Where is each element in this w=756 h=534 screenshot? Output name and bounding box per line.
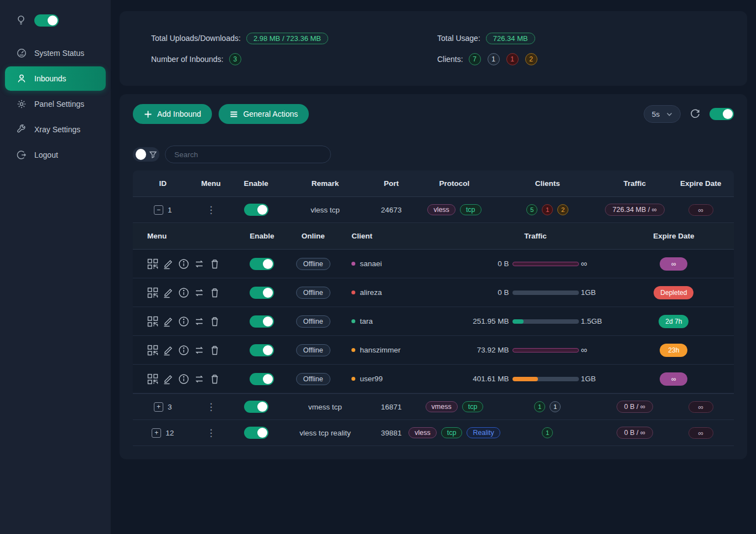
number-of-inbounds-label: Number of Inbounds: (151, 55, 224, 64)
client-enable-toggle[interactable] (250, 373, 274, 385)
qr-code-icon[interactable] (147, 345, 158, 356)
column-header-enable: Enable (229, 179, 283, 188)
main-content: Total Uploads/Downloads: 2.98 MB / 723.3… (111, 0, 756, 534)
client-traffic-cell: 251.95 MB1.5GB (457, 317, 613, 325)
inbounds-card: Add Inbound General Actions 5s (120, 94, 747, 459)
client-enable-toggle[interactable] (250, 315, 274, 328)
info-icon[interactable] (178, 345, 189, 356)
client-count-badge: 1 (550, 401, 561, 412)
refresh-icon[interactable] (690, 108, 701, 120)
refresh-interval-select[interactable]: 5s (644, 105, 681, 123)
traffic-progress: 251.95 MB1.5GB (468, 317, 603, 325)
traffic-limit: ∞ (581, 259, 603, 269)
inbound-traffic-cell: 0 B / ∞ (602, 427, 667, 439)
general-actions-button[interactable]: General Actions (219, 104, 309, 124)
theme-toggle[interactable] (34, 14, 59, 27)
client-traffic-cell: 0 B1GB (457, 288, 613, 297)
gear-icon (17, 99, 27, 109)
bulb-icon (17, 15, 25, 26)
edit-icon[interactable] (163, 316, 174, 327)
traffic-bar-fill (512, 377, 538, 381)
collapse-row-button[interactable]: − (154, 205, 163, 215)
qr-code-icon[interactable] (147, 316, 158, 327)
reset-traffic-icon[interactable] (194, 316, 205, 327)
inbound-id: 12 (165, 429, 174, 437)
traffic-used: 0 B (468, 260, 509, 268)
column-header-remark: Remark (283, 179, 367, 188)
inbound-remark-cell: vmess tcp (283, 403, 367, 411)
client-name: alireza (360, 288, 382, 297)
depleted-filter-toggle[interactable] (133, 147, 159, 162)
inbound-menu-cell: ⋮ (193, 402, 229, 412)
client-action-icons (147, 287, 220, 298)
client-menu-cell (133, 345, 235, 356)
client-enable-toggle[interactable] (250, 258, 274, 270)
delete-icon[interactable] (209, 374, 220, 385)
reset-traffic-icon[interactable] (194, 374, 205, 385)
more-menu-icon[interactable]: ⋮ (206, 205, 216, 215)
client-enable-toggle[interactable] (250, 287, 274, 299)
more-menu-icon[interactable]: ⋮ (206, 428, 216, 438)
inbound-enable-toggle[interactable] (244, 401, 268, 413)
inbound-expire-cell: ∞ (667, 204, 733, 216)
info-icon[interactable] (178, 374, 189, 385)
inbound-row: −1⋮vless tcp24673vlesstcp512726.34 MB / … (133, 197, 734, 223)
sidebar-item-logout[interactable]: Logout (0, 143, 111, 167)
refresh-interval-value: 5s (652, 110, 660, 118)
qr-code-icon[interactable] (147, 287, 158, 298)
auto-refresh-toggle[interactable] (710, 108, 734, 120)
edit-icon[interactable] (163, 258, 174, 269)
inbound-menu-cell: ⋮ (193, 205, 229, 215)
delete-icon[interactable] (209, 345, 220, 356)
inbound-enable-toggle[interactable] (244, 204, 268, 216)
edit-icon[interactable] (163, 287, 174, 298)
reset-traffic-icon[interactable] (194, 258, 205, 269)
inbounds-table: IDMenuEnableRemarkPortProtocolClientsTra… (133, 170, 734, 446)
qr-code-icon[interactable] (147, 258, 158, 269)
number-of-inbounds-value: 3 (229, 53, 241, 65)
inbound-expire-cell: ∞ (667, 427, 733, 439)
client-expire-badge: ∞ (660, 257, 687, 271)
client-enable-toggle[interactable] (250, 344, 274, 356)
column-header-port: Port (367, 179, 416, 188)
edit-icon[interactable] (163, 374, 174, 385)
inbound-id: 1 (168, 206, 172, 214)
client-menu-cell (133, 316, 235, 327)
delete-icon[interactable] (209, 287, 220, 298)
search-input[interactable] (165, 146, 331, 163)
reset-traffic-icon[interactable] (194, 287, 205, 298)
more-menu-icon[interactable]: ⋮ (206, 402, 216, 412)
delete-icon[interactable] (209, 258, 220, 269)
info-icon[interactable] (178, 316, 189, 327)
protocol-badge-vless: vless (408, 427, 436, 438)
column-header-menu: Menu (193, 179, 229, 188)
inbound-id-cell: +3 (133, 402, 193, 412)
client-enable-cell (235, 315, 289, 328)
column-header-protocol: Protocol (415, 179, 493, 188)
inbound-enable-toggle[interactable] (244, 427, 268, 439)
expand-row-button[interactable]: + (152, 428, 161, 438)
reset-traffic-icon[interactable] (194, 345, 205, 356)
stats-card: Total Uploads/Downloads: 2.98 MB / 723.3… (120, 11, 747, 86)
delete-icon[interactable] (209, 316, 220, 327)
client-expire-cell: ∞ (614, 257, 734, 271)
expand-row-button[interactable]: + (154, 402, 163, 412)
sidebar-item-label: Xray Settings (34, 125, 80, 134)
add-inbound-button[interactable]: Add Inbound (133, 104, 212, 124)
sidebar-item-system-status[interactable]: System Status (0, 41, 111, 65)
sidebar-item-inbounds[interactable]: Inbounds (5, 66, 106, 91)
qr-code-icon[interactable] (147, 374, 158, 385)
client-count-badge: 7 (469, 53, 481, 65)
client-expire-cell: Depleted (614, 286, 734, 299)
client-row: Offlinesanaei0 B∞∞ (133, 250, 734, 278)
edit-icon[interactable] (163, 345, 174, 356)
inbound-traffic-cell: 0 B / ∞ (602, 401, 667, 413)
info-icon[interactable] (178, 258, 189, 269)
chevron-down-icon (666, 111, 672, 117)
traffic-used: 73.92 MB (468, 346, 509, 354)
theme-row (0, 10, 111, 31)
inbound-menu-cell: ⋮ (193, 428, 229, 438)
sidebar-item-panel-settings[interactable]: Panel Settings (0, 92, 111, 116)
info-icon[interactable] (178, 287, 189, 298)
sidebar-item-xray-settings[interactable]: Xray Settings (0, 117, 111, 142)
